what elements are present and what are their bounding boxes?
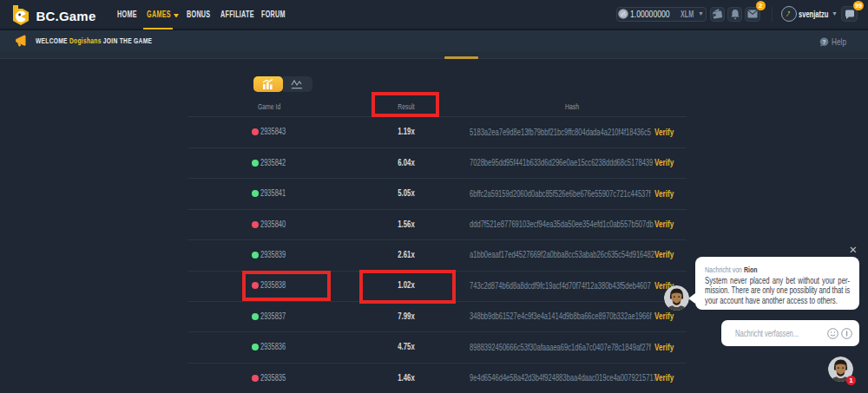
svg-text:?: ? [822,38,825,44]
